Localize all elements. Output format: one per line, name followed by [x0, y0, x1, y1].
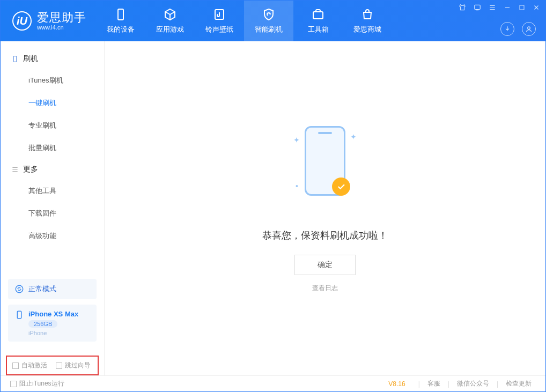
- header-action-icons: [500, 22, 536, 36]
- footer-link-update[interactable]: 检查更新: [501, 379, 536, 388]
- sidebar-item-advanced[interactable]: 高级功能: [1, 225, 104, 247]
- device-type: iPhone: [28, 330, 78, 336]
- device-block: 正常模式 iPhone XS Max 256GB iPhone: [1, 279, 104, 352]
- sparkle-icon: ✦: [350, 132, 357, 141]
- tab-toolbox[interactable]: 工具箱: [293, 1, 343, 41]
- checkbox-auto-activate[interactable]: 自动激活: [12, 361, 47, 370]
- minimize-icon[interactable]: [504, 4, 511, 11]
- briefcase-icon: [311, 8, 325, 21]
- svg-rect-6: [13, 56, 17, 62]
- logo-icon: iU: [12, 11, 32, 31]
- download-icon[interactable]: [500, 22, 514, 36]
- tab-smart-flash[interactable]: 智能刷机: [244, 1, 293, 41]
- device-capacity: 256GB: [28, 320, 57, 328]
- checkmark-badge-icon: [332, 177, 350, 196]
- checkbox-label: 自动激活: [21, 361, 47, 370]
- sparkle-icon: •: [296, 182, 298, 190]
- shopping-bag-icon: [360, 8, 374, 21]
- app-header: iU 爱思助手 www.i4.cn 我的设备 应用游戏 铃声壁纸 智能刷机 工具…: [1, 1, 545, 41]
- sidebar-section-more: 更多: [1, 159, 104, 180]
- tab-store[interactable]: 爱思商城: [343, 1, 392, 41]
- logo-text: 爱思助手 www.i4.cn: [37, 11, 86, 31]
- tab-label: 智能刷机: [255, 25, 283, 34]
- checkbox-icon: [10, 381, 17, 387]
- checkbox-stop-itunes[interactable]: 阻止iTunes运行: [10, 379, 64, 388]
- footer-link-wechat[interactable]: 微信公众号: [453, 379, 493, 388]
- maximize-icon[interactable]: [519, 4, 525, 11]
- phone-outline-icon: [11, 55, 19, 63]
- tab-my-device[interactable]: 我的设备: [96, 1, 145, 41]
- sidebar-section-label: 刷机: [23, 54, 38, 64]
- app-title: 爱思助手: [37, 11, 86, 24]
- menu-icon[interactable]: [489, 4, 496, 11]
- checkbox-icon: [56, 363, 62, 369]
- main-content: ✦ ✦ • 恭喜您，保资料刷机成功啦！ 确定 查看日志: [105, 41, 545, 375]
- sidebar-section-label: 更多: [23, 165, 38, 174]
- cube-icon: [163, 8, 177, 21]
- checkbox-label: 跳过向导: [65, 361, 91, 370]
- close-icon[interactable]: [533, 4, 540, 11]
- checkbox-skip-guide[interactable]: 跳过向导: [56, 361, 91, 370]
- window-controls: [459, 4, 540, 11]
- main-tabs: 我的设备 应用游戏 铃声壁纸 智能刷机 工具箱 爱思商城: [96, 1, 392, 41]
- sidebar-item-download-firmware[interactable]: 下载固件: [1, 202, 104, 225]
- shield-refresh-icon: [262, 8, 276, 21]
- footer-link-support[interactable]: 客服: [423, 379, 445, 388]
- checkbox-icon: [12, 363, 19, 369]
- mode-card[interactable]: 正常模式: [8, 279, 97, 299]
- svg-point-5: [528, 27, 530, 29]
- sidebar-item-other-tools[interactable]: 其他工具: [1, 180, 104, 202]
- sidebar: 刷机 iTunes刷机 一键刷机 专业刷机 批量刷机 更多 其他工具 下载固件 …: [1, 41, 105, 375]
- refresh-circle-icon: [14, 284, 24, 294]
- svg-rect-3: [475, 5, 481, 9]
- device-card[interactable]: iPhone XS Max 256GB iPhone: [8, 305, 97, 342]
- tab-label: 铃声壁纸: [205, 25, 233, 34]
- sidebar-item-pro-flash[interactable]: 专业刷机: [1, 114, 104, 137]
- svg-rect-0: [118, 9, 123, 20]
- logo-area: iU 爱思助手 www.i4.cn: [1, 11, 96, 31]
- user-icon[interactable]: [522, 22, 536, 36]
- device-name: iPhone XS Max: [28, 310, 78, 318]
- svg-rect-8: [17, 311, 21, 319]
- highlighted-checkbox-row: 自动激活 跳过向导: [6, 356, 99, 375]
- sidebar-item-itunes-flash[interactable]: iTunes刷机: [1, 69, 104, 92]
- ok-button[interactable]: 确定: [294, 255, 356, 275]
- checkbox-label: 阻止iTunes运行: [19, 379, 64, 388]
- sparkle-icon: ✦: [293, 136, 300, 144]
- phone-icon: [114, 8, 128, 21]
- tab-label: 我的设备: [107, 25, 135, 34]
- music-note-icon: [212, 8, 226, 21]
- tab-label: 工具箱: [308, 25, 329, 34]
- success-message: 恭喜您，保资料刷机成功啦！: [262, 229, 388, 242]
- view-log-link[interactable]: 查看日志: [312, 284, 338, 293]
- mode-label: 正常模式: [28, 284, 56, 294]
- footer: 阻止iTunes运行 V8.16 | 客服 | 微信公众号 | 检查更新: [1, 375, 545, 391]
- svg-rect-4: [520, 5, 524, 10]
- device-info: iPhone XS Max 256GB iPhone: [28, 310, 78, 336]
- phone-icon: [14, 310, 24, 320]
- skin-icon[interactable]: [459, 4, 466, 11]
- sidebar-item-onekey-flash[interactable]: 一键刷机: [1, 92, 104, 114]
- tab-label: 应用游戏: [156, 25, 184, 34]
- sidebar-item-batch-flash[interactable]: 批量刷机: [1, 137, 104, 159]
- app-url: www.i4.cn: [37, 24, 86, 31]
- sidebar-section-flash: 刷机: [1, 49, 104, 69]
- version-label: V8.16: [388, 380, 405, 388]
- svg-rect-2: [313, 12, 323, 19]
- svg-point-7: [16, 285, 23, 293]
- feedback-icon[interactable]: [474, 4, 481, 11]
- tab-apps-games[interactable]: 应用游戏: [145, 1, 195, 41]
- tab-ringtone-wallpaper[interactable]: 铃声壁纸: [195, 1, 244, 41]
- list-icon: [11, 166, 19, 173]
- tab-label: 爱思商城: [353, 25, 381, 34]
- success-illustration: ✦ ✦ •: [290, 124, 360, 210]
